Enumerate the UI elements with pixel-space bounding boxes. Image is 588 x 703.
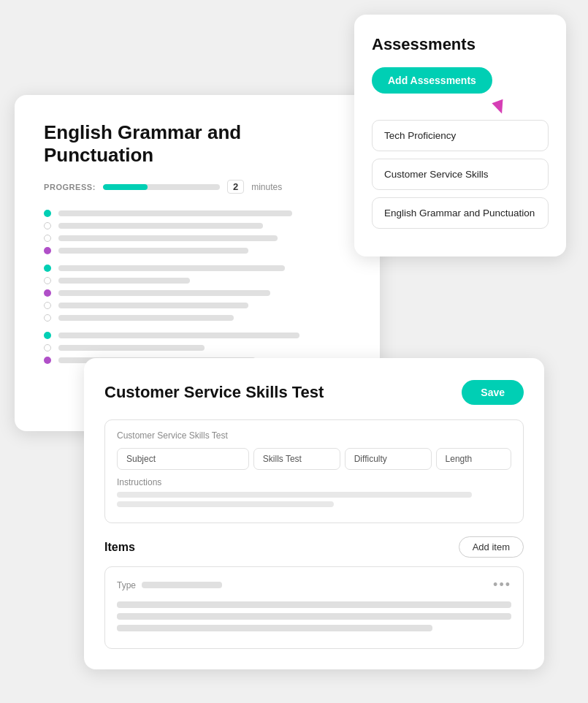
content-bar (58, 332, 299, 338)
form-name: Customer Service Skills Test (117, 430, 511, 441)
content-bar (58, 303, 248, 308)
dot-empty (44, 277, 51, 284)
section-line (44, 332, 351, 339)
more-options-icon[interactable]: ••• (493, 577, 511, 593)
form-fields: Subject Skills Test Difficulty Length (117, 448, 511, 470)
content-bar (58, 248, 248, 254)
content-bar (58, 345, 205, 351)
assessment-item-grammar[interactable]: English Grammar and Punctuation (372, 197, 549, 229)
items-header: Items Add item (104, 536, 524, 558)
add-item-button[interactable]: Add item (459, 536, 524, 558)
content-bar (58, 315, 234, 321)
length-field[interactable]: Length (436, 448, 511, 470)
section-line (44, 265, 351, 272)
instructions-bar-full (117, 492, 472, 498)
grammar-title: English Grammar and Punctuation (44, 121, 351, 167)
assessments-panel: Assessments Add Assessments Tech Profici… (354, 15, 566, 256)
instructions-bar-short (117, 501, 334, 507)
cursor-arrow (492, 99, 507, 115)
skills-field[interactable]: Skills Test (253, 448, 340, 470)
progress-unit: minutes (251, 182, 282, 192)
save-button[interactable]: Save (462, 380, 524, 405)
progress-number: 2 (227, 180, 244, 194)
dot-empty (44, 314, 51, 322)
progress-bar-fill (103, 184, 148, 190)
test-title: Customer Service Skills Test (104, 383, 324, 402)
item-type-label: Type (117, 580, 136, 590)
test-form: Customer Service Skills Test Subject Ski… (104, 419, 524, 523)
assessments-title: Assessments (372, 35, 549, 54)
section-group-2 (44, 265, 351, 322)
dot-purple (44, 357, 51, 364)
difficulty-field[interactable]: Difficulty (345, 448, 432, 470)
item-card: Type ••• (104, 566, 524, 649)
progress-bar (103, 184, 220, 190)
progress-label: PROGRESS: (44, 183, 96, 191)
content-bar (58, 290, 270, 296)
test-card: Customer Service Skills Test Save Custom… (84, 358, 544, 669)
progress-row: PROGRESS: 2 minutes (44, 180, 351, 194)
section-line (44, 247, 351, 254)
item-content-bar-3 (117, 625, 432, 631)
content-bar (58, 235, 278, 241)
dot-purple (44, 247, 51, 254)
dot-purple (44, 289, 51, 297)
item-type-row: Type (117, 580, 222, 590)
content-bar (58, 223, 263, 229)
item-type-bar (142, 582, 222, 588)
section-line (44, 210, 351, 217)
section-line (44, 235, 351, 242)
content-bar (58, 278, 190, 284)
content-bar (58, 210, 292, 216)
item-content-bar-2 (117, 613, 511, 620)
subject-field[interactable]: Subject (117, 448, 249, 470)
instructions-label: Instructions (117, 477, 511, 487)
section-line (44, 344, 351, 352)
add-assessments-button[interactable]: Add Assessments (372, 67, 492, 94)
dot-empty (44, 344, 51, 352)
dot-teal (44, 210, 51, 217)
item-content-bar-1 (117, 601, 511, 608)
content-bar (58, 265, 285, 271)
section-line (44, 277, 351, 284)
section-line (44, 222, 351, 229)
test-header: Customer Service Skills Test Save (104, 380, 524, 405)
dot-empty (44, 235, 51, 242)
dot-empty (44, 222, 51, 229)
section-line (44, 302, 351, 309)
dot-empty (44, 302, 51, 309)
section-line (44, 289, 351, 297)
section-line (44, 314, 351, 322)
assessment-item-customer[interactable]: Customer Service Skills (372, 159, 549, 190)
assessment-item-tech[interactable]: Tech Proficiency (372, 120, 549, 151)
items-label: Items (104, 541, 135, 554)
dot-teal (44, 332, 51, 339)
dot-teal (44, 265, 51, 272)
section-group-1 (44, 210, 351, 254)
item-card-top: Type ••• (117, 577, 511, 593)
